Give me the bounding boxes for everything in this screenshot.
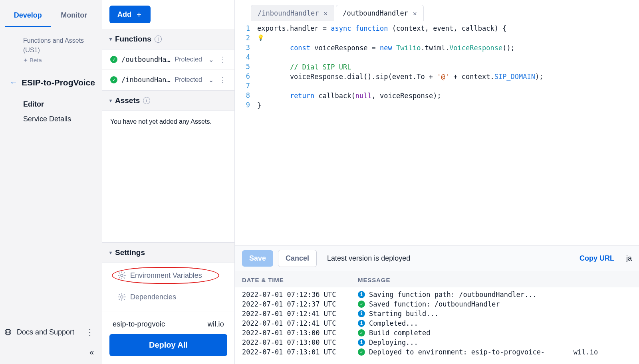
log-message: Starting build... <box>369 310 632 318</box>
log-row: 2022-07-01 07:13:00 UTC✓Build completed <box>242 328 632 338</box>
function-visibility: Protected <box>175 76 202 83</box>
chevron-down-icon: ▾ <box>109 36 112 42</box>
log-message: Build completed <box>369 329 632 337</box>
sparkle-icon: ✦ <box>23 56 28 65</box>
copy-url-link[interactable]: Copy URL <box>579 254 614 263</box>
truncated-text: ja <box>626 254 632 263</box>
add-button-label: Add <box>117 10 131 19</box>
section-functions-title: Functions <box>115 35 151 44</box>
function-name: /inboundHandler <box>121 76 171 84</box>
section-assets-header[interactable]: ▾ Assets i <box>102 90 234 111</box>
svg-point-4 <box>121 296 123 298</box>
editor-tab[interactable]: /outboundHandler✕ <box>336 5 423 21</box>
log-row: 2022-07-01 07:12:41 UTCiStarting build..… <box>242 309 632 318</box>
svg-point-3 <box>121 274 123 277</box>
check-icon: ✓ <box>358 348 365 356</box>
add-button[interactable]: Add ＋ <box>109 6 151 23</box>
assets-empty-message: You have not yet added any Assets. <box>102 111 234 133</box>
nav-editor[interactable]: Editor <box>23 97 102 112</box>
status-ok-icon: ✓ <box>110 56 117 63</box>
save-button[interactable]: Save <box>242 250 273 267</box>
section-functions-header[interactable]: ▾ Functions i <box>102 29 234 49</box>
editor-panel: /inboundHandler✕/outboundHandler✕ 123456… <box>235 0 639 364</box>
nav-service-details[interactable]: Service Details <box>23 112 102 127</box>
function-row[interactable]: ✓/inboundHandlerProtected⌄⋮ <box>102 70 234 90</box>
service-name: ESIP-to-ProgVoice <box>22 78 95 87</box>
editor-tab[interactable]: /inboundHandler✕ <box>251 5 334 21</box>
deploy-status-text: Latest version is deployed <box>327 254 410 263</box>
log-row: 2022-07-01 07:13:01 UTC✓Deployed to envi… <box>242 347 632 357</box>
code-editor[interactable]: 123456789 exports.handler = async functi… <box>235 21 639 245</box>
log-message: Saving function path: /outboundHandler..… <box>369 291 632 299</box>
info-icon: i <box>358 291 365 298</box>
function-visibility: Protected <box>175 56 202 63</box>
section-assets-title: Assets <box>115 96 140 105</box>
log-message: Saved function: /outboundHandler <box>369 300 632 308</box>
info-icon: i <box>358 310 365 317</box>
service-domain-right: wil.io <box>208 320 224 328</box>
check-icon: ✓ <box>358 301 365 308</box>
code-content[interactable]: exports.handler = async function (contex… <box>254 21 639 245</box>
log-datetime: 2022-07-01 07:12:41 UTC <box>242 319 358 327</box>
log-message: Deployed to environment: esip-to-progvoi… <box>369 348 632 356</box>
log-datetime: 2022-07-01 07:12:41 UTC <box>242 310 358 318</box>
line-gutter: 123456789 <box>235 21 254 245</box>
log-message: Deploying... <box>369 338 632 346</box>
more-vertical-icon[interactable]: ⋮ <box>218 55 228 64</box>
log-message: Completed... <box>369 319 632 327</box>
log-datetime: 2022-07-01 07:13:00 UTC <box>242 329 358 337</box>
docs-and-support[interactable]: Docs and Support <box>17 328 74 336</box>
more-vertical-icon[interactable]: ⋮ <box>86 327 94 337</box>
globe-icon <box>4 328 12 336</box>
tab-develop[interactable]: Develop <box>5 6 51 27</box>
info-icon[interactable]: i <box>155 36 162 43</box>
editor-tab-label: /outboundHandler <box>343 9 408 17</box>
deploy-all-button[interactable]: Deploy All <box>109 334 227 356</box>
settings-dependencies[interactable]: Dependencies <box>102 286 234 308</box>
log-row: 2022-07-01 07:12:37 UTC✓Saved function: … <box>242 299 632 309</box>
breadcrumb-line2: (US1) <box>23 46 92 55</box>
service-domain-left: esip-to-progvoic <box>113 320 165 328</box>
info-icon: i <box>358 339 365 346</box>
section-settings-title: Settings <box>115 248 145 257</box>
chevron-down-icon: ▾ <box>109 250 112 255</box>
collapse-sidebar-icon[interactable]: « <box>89 348 94 357</box>
info-icon[interactable]: i <box>143 97 150 104</box>
chevron-down-icon: ▾ <box>109 98 112 103</box>
cancel-button[interactable]: Cancel <box>278 250 317 267</box>
gear-icon <box>117 271 126 280</box>
log-datetime: 2022-07-01 07:13:01 UTC <box>242 348 358 356</box>
log-row: 2022-07-01 07:12:41 UTCiCompleted... <box>242 318 632 328</box>
log-col-message: MESSAGE <box>358 277 632 283</box>
log-row: 2022-07-01 07:12:36 UTCiSaving function … <box>242 290 632 299</box>
section-settings-header[interactable]: ▾ Settings <box>102 242 234 263</box>
log-list: 2022-07-01 07:12:36 UTCiSaving function … <box>235 287 639 364</box>
log-row: 2022-07-01 07:13:00 UTCiDeploying... <box>242 338 632 347</box>
editor-tab-label: /inboundHandler <box>258 9 319 17</box>
functions-list: ✓/outboundHandl…Protected⌄⋮✓/inboundHand… <box>102 49 234 90</box>
breadcrumb: Functions and Assets (US1) ✦ Beta <box>0 27 102 68</box>
info-icon: i <box>358 320 365 327</box>
breadcrumb-line1: Functions and Assets <box>23 36 92 46</box>
chevron-down-icon[interactable]: ⌄ <box>208 76 214 84</box>
function-row[interactable]: ✓/outboundHandl…Protected⌄⋮ <box>102 49 234 70</box>
log-col-datetime: DATE & TIME <box>242 277 358 283</box>
settings-deps-label: Dependencies <box>130 293 176 301</box>
tab-monitor[interactable]: Monitor <box>51 6 97 27</box>
log-datetime: 2022-07-01 07:13:00 UTC <box>242 338 358 346</box>
close-icon[interactable]: ✕ <box>324 10 328 17</box>
log-header: DATE & TIME MESSAGE <box>235 271 639 287</box>
chevron-down-icon[interactable]: ⌄ <box>208 56 214 63</box>
explorer-panel: Add ＋ ▾ Functions i ✓/outboundHandl…Prot… <box>102 0 235 364</box>
back-arrow-icon[interactable]: ← <box>10 78 18 87</box>
editor-toolbar: Save Cancel Latest version is deployed C… <box>235 245 639 271</box>
log-datetime: 2022-07-01 07:12:37 UTC <box>242 300 358 308</box>
function-name: /outboundHandl… <box>121 55 171 63</box>
left-tabs: Develop Monitor <box>0 6 102 27</box>
status-ok-icon: ✓ <box>110 76 117 83</box>
more-vertical-icon[interactable]: ⋮ <box>218 75 228 84</box>
service-domain: esip-to-progvoic wil.io <box>109 316 227 334</box>
settings-environment-variables[interactable]: Environment Variables <box>102 265 234 286</box>
left-sidebar: Develop Monitor Functions and Assets (US… <box>0 0 102 364</box>
close-icon[interactable]: ✕ <box>413 10 417 17</box>
